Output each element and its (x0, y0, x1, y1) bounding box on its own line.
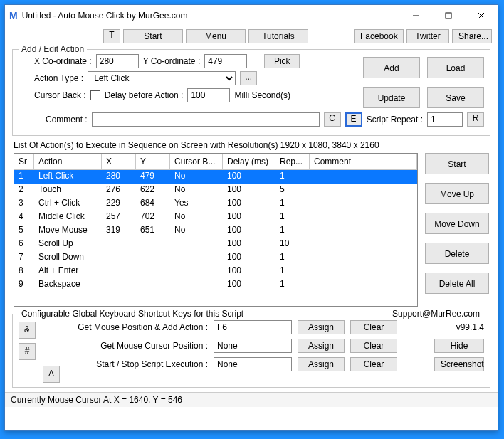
load-button[interactable]: Load (427, 57, 484, 78)
delete-all-button[interactable]: Delete All (425, 273, 489, 294)
comment-input[interactable] (92, 112, 320, 127)
cell-y (136, 238, 170, 251)
support-link[interactable]: Support@MurRee.com (389, 309, 483, 319)
cell-comment (310, 197, 417, 211)
shortcut-row2-input[interactable] (214, 339, 292, 353)
save-button[interactable]: Save (427, 87, 484, 108)
cell-delay: 100 (223, 238, 275, 251)
pick-button[interactable]: Pick (264, 54, 300, 68)
cursor-back-checkbox[interactable] (90, 90, 100, 100)
move-down-button[interactable]: Move Down (425, 213, 489, 234)
cell-sr: 7 (14, 251, 34, 265)
x-coord-input[interactable] (96, 54, 139, 68)
assign-1-button[interactable]: Assign (298, 320, 345, 334)
list-label: List Of Action(s) to Execute in Sequence… (14, 140, 379, 150)
delete-button[interactable]: Delete (425, 243, 489, 264)
shortcut-row3-label: Start / Stop Script Execution : (65, 359, 208, 369)
table-row[interactable]: 6Scroll Up10010 (14, 238, 417, 251)
t-button[interactable]: T (103, 29, 120, 43)
cell-delay: 100 (223, 265, 275, 278)
r-button[interactable]: R (467, 112, 484, 127)
c-button[interactable]: C (324, 112, 341, 127)
clear-2-button[interactable]: Clear (350, 339, 397, 353)
start-side-button[interactable]: Start (425, 153, 489, 174)
cell-comment (310, 265, 417, 278)
a-button[interactable]: A (43, 366, 60, 383)
screenshot-button[interactable]: Screenshot (434, 357, 484, 371)
cell-action: Touch (34, 184, 102, 197)
cell-y (136, 251, 170, 265)
twitter-button[interactable]: Twitter (406, 29, 449, 43)
delay-input[interactable] (187, 88, 230, 102)
hash-button[interactable]: # (19, 343, 36, 360)
cell-x (102, 278, 136, 292)
shortcut-row3-input[interactable] (214, 357, 292, 371)
table-row[interactable]: 2Touch276622No1005 (14, 184, 417, 197)
table-row[interactable]: 1Left Click280479No1001 (14, 170, 417, 184)
top-toolbar: T Start Menu Tutorials Facebook Twitter … (5, 26, 498, 46)
script-repeat-label: Script Repeat : (367, 115, 423, 125)
hide-button[interactable]: Hide (434, 339, 484, 353)
cell-delay: 100 (223, 170, 275, 184)
cell-y: 479 (136, 170, 170, 184)
cell-delay: 100 (223, 278, 275, 292)
tutorials-button[interactable]: Tutorials (248, 29, 308, 43)
facebook-button[interactable]: Facebook (354, 29, 404, 43)
table-row[interactable]: 5Move Mouse319651No1001 (14, 224, 417, 238)
menu-button[interactable]: Menu (186, 29, 246, 43)
table-row[interactable]: 8Alt + Enter1001 (14, 265, 417, 278)
th-action[interactable]: Action (34, 154, 102, 170)
cell-y: 684 (136, 197, 170, 211)
th-y[interactable]: Y (136, 154, 170, 170)
cell-x: 229 (102, 197, 136, 211)
th-repeat[interactable]: Rep... (275, 154, 310, 170)
status-bar: Currently Mouse Cursor At X = 1640, Y = … (5, 392, 498, 407)
comment-label: Comment : (46, 115, 88, 125)
update-button[interactable]: Update (363, 87, 420, 108)
cell-sr: 8 (14, 265, 34, 278)
maximize-button[interactable] (432, 6, 465, 26)
cell-x: 276 (102, 184, 136, 197)
y-coord-input[interactable] (204, 54, 247, 68)
shortcut-row1-input[interactable] (214, 320, 292, 334)
action-type-more-button[interactable]: ... (240, 71, 257, 85)
cell-sr: 5 (14, 224, 34, 238)
cell-rep: 5 (275, 184, 310, 197)
assign-3-button[interactable]: Assign (298, 357, 345, 371)
cell-y (136, 265, 170, 278)
assign-2-button[interactable]: Assign (298, 339, 345, 353)
action-type-select[interactable]: Left Click (88, 71, 236, 85)
th-x[interactable]: X (102, 154, 136, 170)
minimize-button[interactable] (399, 6, 432, 26)
add-edit-group: Add / Edit Action X Co-ordinate : Y Co-o… (12, 49, 490, 136)
table-row[interactable]: 3Ctrl + Click229684Yes1001 (14, 197, 417, 211)
cell-cb (170, 265, 223, 278)
titlebar[interactable]: M Untitled - Auto Mouse Click by MurGee.… (5, 5, 498, 26)
cell-comment (310, 170, 417, 184)
cell-comment (310, 238, 417, 251)
start-top-button[interactable]: Start (123, 29, 183, 43)
share-button[interactable]: Share... (452, 29, 492, 43)
clear-1-button[interactable]: Clear (350, 320, 397, 334)
script-repeat-input[interactable] (427, 112, 463, 127)
table-row[interactable]: 7Scroll Down1001 (14, 251, 417, 265)
table-side-buttons: Start Move Up Move Down Delete Delete Al… (425, 153, 489, 307)
add-button[interactable]: Add (363, 57, 420, 78)
cell-cb: No (170, 170, 223, 184)
th-comment[interactable]: Comment (310, 154, 417, 170)
th-delay[interactable]: Delay (ms) (223, 154, 275, 170)
th-sr[interactable]: Sr (14, 154, 34, 170)
cursor-back-label: Cursor Back : (34, 90, 86, 100)
cell-rep: 1 (275, 224, 310, 238)
e-button[interactable]: E (345, 112, 362, 127)
cell-x (102, 238, 136, 251)
actions-table[interactable]: Sr Action X Y Cursor B... Delay (ms) Rep… (14, 153, 418, 307)
cell-action: Scroll Up (34, 238, 102, 251)
move-up-button[interactable]: Move Up (425, 183, 489, 204)
clear-3-button[interactable]: Clear (350, 357, 397, 371)
table-row[interactable]: 4Middle Click257702No1001 (14, 211, 417, 224)
th-cursorback[interactable]: Cursor B... (170, 154, 223, 170)
amp-button[interactable]: & (19, 322, 36, 339)
table-row[interactable]: 9Backspace1001 (14, 278, 417, 292)
close-button[interactable] (465, 6, 498, 26)
